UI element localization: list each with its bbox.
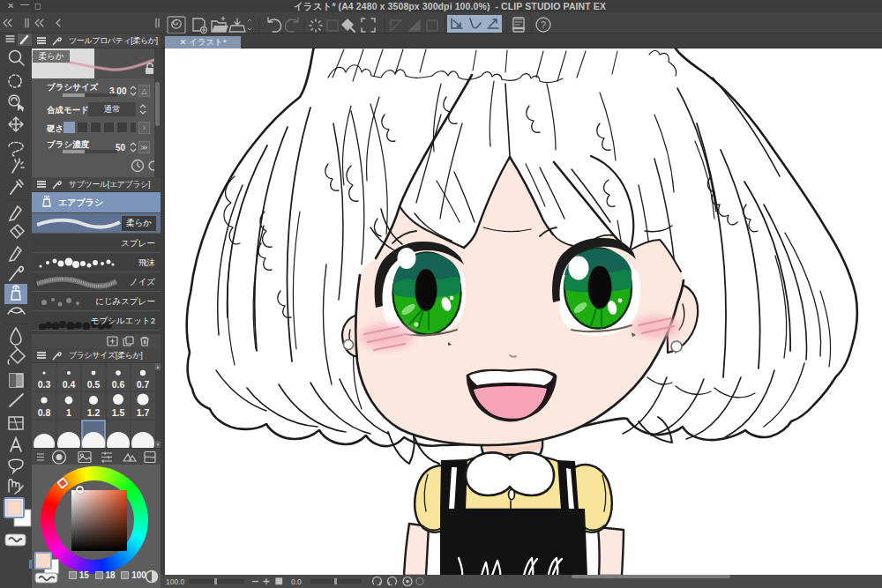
svg-text:0.4: 0.4 xyxy=(63,379,76,390)
svg-text:0.5: 0.5 xyxy=(87,379,101,390)
svg-text:?: ? xyxy=(541,19,546,30)
svg-text:0.6: 0.6 xyxy=(112,379,125,390)
svg-text:0.8: 0.8 xyxy=(38,407,51,418)
svg-text:1.7: 1.7 xyxy=(137,407,150,418)
svg-text:1.5: 1.5 xyxy=(112,407,125,418)
svg-text:0.7: 0.7 xyxy=(137,379,150,390)
svg-text:1.2: 1.2 xyxy=(87,407,101,418)
svg-text:0.3: 0.3 xyxy=(38,379,51,390)
svg-text:1: 1 xyxy=(66,407,71,418)
